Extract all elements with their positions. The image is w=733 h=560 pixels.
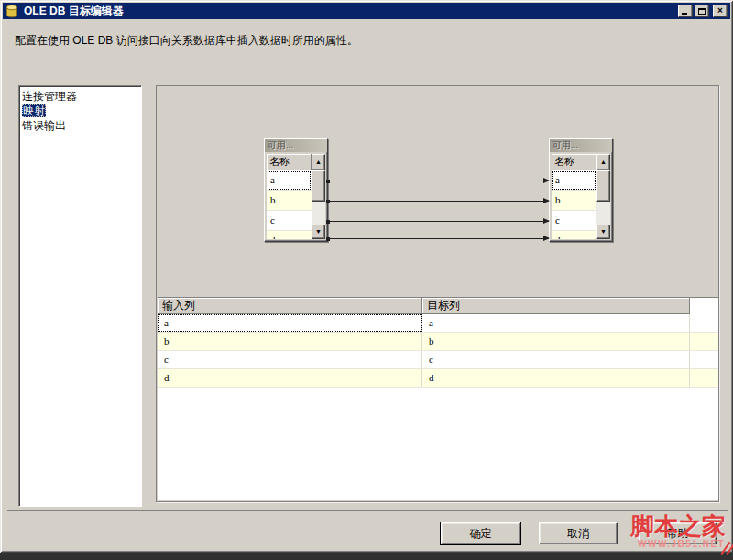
sidebar-item-error-output[interactable]: 错误输出 <box>22 118 140 133</box>
sidebar-item-mappings[interactable]: 映射 <box>22 104 140 118</box>
widget-title: 可用... <box>265 139 327 152</box>
maximize-button[interactable] <box>695 5 709 17</box>
maximize-icon <box>698 8 706 15</box>
ok-button-default-ring: 确定 <box>440 522 521 545</box>
list-item[interactable]: b <box>267 191 312 211</box>
scroll-up-icon[interactable]: ▲ <box>312 154 325 170</box>
grid-cell[interactable]: b <box>158 333 422 350</box>
minimize-icon <box>682 13 687 15</box>
available-destination-columns-widget[interactable]: 可用... 名称 a b c d ▲ ▼ <box>549 138 613 242</box>
arrow-endpoint <box>326 237 330 241</box>
list-item[interactable]: a <box>267 170 312 191</box>
grid-header-input-column[interactable]: 输入列 <box>158 298 422 314</box>
close-icon: × <box>717 6 723 16</box>
list-item[interactable]: c <box>552 211 596 231</box>
column-header: 名称 <box>552 154 596 170</box>
list-item[interactable]: d <box>267 231 312 239</box>
scrollbar-thumb[interactable] <box>312 170 325 202</box>
mapping-grid: 输入列 目标列 a a b b c c d d <box>158 297 718 500</box>
arrowhead-icon <box>543 236 550 241</box>
grid-cell[interactable]: b <box>422 333 690 350</box>
scrollbar[interactable]: ▲ ▼ <box>596 154 610 239</box>
mapping-arrow-b[interactable] <box>328 201 549 202</box>
dialog-window: OLE DB 目标编辑器 × 配置在使用 OLE DB 访问接口向关系数据库中插… <box>0 0 733 553</box>
grid-cell[interactable]: d <box>422 369 690 387</box>
title-bar[interactable]: OLE DB 目标编辑器 × <box>3 3 730 19</box>
column-header: 名称 <box>267 154 312 170</box>
scroll-up-icon[interactable]: ▲ <box>596 154 610 170</box>
mapping-arrow-d[interactable] <box>328 238 549 239</box>
list-item[interactable]: d <box>552 231 596 239</box>
list-item[interactable]: b <box>552 191 596 211</box>
grid-cell[interactable]: a <box>158 314 422 332</box>
grid-header-row: 输入列 目标列 <box>158 298 718 314</box>
arrowhead-icon <box>543 178 550 183</box>
mappings-panel: 可用... 名称 a b c d ▲ ▼ 可用... <box>156 85 719 502</box>
arrowhead-icon <box>543 218 550 224</box>
list-item[interactable]: a <box>552 170 596 191</box>
sidebar-item-connection-manager[interactable]: 连接管理器 <box>22 89 140 104</box>
dialog-description: 配置在使用 OLE DB 访问接口向关系数据库中插入数据时所用的属性。 <box>15 33 711 49</box>
table-row[interactable]: a a <box>158 314 718 333</box>
scrollbar-thumb[interactable] <box>596 170 610 202</box>
scroll-down-icon[interactable]: ▼ <box>312 225 325 239</box>
grid-cell[interactable]: d <box>158 369 422 387</box>
page-list: 连接管理器 映射 错误输出 <box>18 85 142 507</box>
mapping-arrow-a[interactable] <box>328 181 549 181</box>
minimize-button[interactable] <box>678 5 693 17</box>
cancel-button[interactable]: 取消 <box>539 522 618 544</box>
available-input-columns-widget[interactable]: 可用... 名称 a b c d ▲ ▼ <box>264 138 328 242</box>
table-row[interactable]: c c <box>158 351 718 369</box>
grid-header-destination-column[interactable]: 目标列 <box>422 298 690 314</box>
divider <box>7 510 728 511</box>
database-icon <box>5 5 20 18</box>
table-row[interactable]: d d <box>158 369 718 388</box>
scroll-down-icon[interactable]: ▼ <box>596 225 610 239</box>
selected-item-highlight: 映射 <box>22 104 46 117</box>
list-item[interactable]: c <box>267 211 312 231</box>
scrollbar-track[interactable] <box>312 202 325 225</box>
widget-title: 可用... <box>550 139 612 152</box>
grid-cell[interactable]: c <box>422 351 690 368</box>
arrow-endpoint <box>326 200 330 203</box>
mapping-arrow-c[interactable] <box>328 221 549 222</box>
scrollbar-track[interactable] <box>596 202 610 225</box>
scrollbar[interactable]: ▲ ▼ <box>312 154 325 239</box>
arrow-endpoint <box>326 180 330 183</box>
window-title: OLE DB 目标编辑器 <box>24 4 678 19</box>
arrowhead-icon <box>543 198 550 203</box>
grid-cell[interactable]: a <box>422 314 690 332</box>
help-button[interactable]: 帮助 <box>639 522 717 544</box>
close-button[interactable]: × <box>713 5 728 17</box>
table-row[interactable]: b b <box>158 333 718 351</box>
arrow-endpoint <box>326 220 330 224</box>
ok-button[interactable]: 确定 <box>441 522 520 544</box>
grid-cell[interactable]: c <box>158 351 422 368</box>
